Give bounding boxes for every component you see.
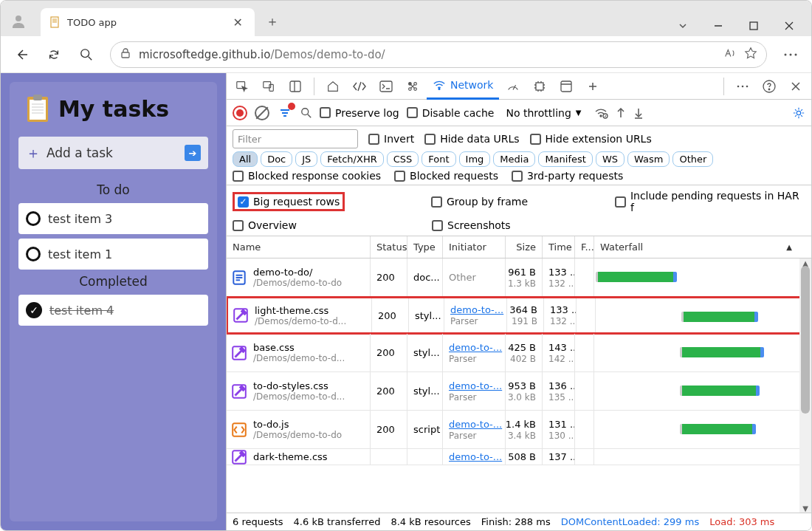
initiator-link[interactable]: demo-to-...: [449, 451, 502, 462]
back-button[interactable]: [7, 40, 36, 69]
gear-icon[interactable]: [792, 106, 805, 120]
col-initiator[interactable]: Initiator: [443, 236, 506, 258]
filter-chip-js[interactable]: JS: [295, 151, 317, 167]
profile-icon[interactable]: [5, 8, 32, 35]
col-type[interactable]: Type: [407, 236, 443, 258]
col-status[interactable]: Status: [371, 236, 407, 258]
console-tab-icon[interactable]: [374, 75, 399, 98]
transferred-size: 4.6 kB transferred: [294, 516, 381, 527]
close-window-button[interactable]: [771, 16, 807, 36]
submit-arrow-icon[interactable]: ➔: [185, 145, 201, 161]
network-row[interactable]: to-do.js/Demos/demo-to-do200scriptdemo-t…: [227, 411, 811, 449]
filter-input[interactable]: Filter: [233, 129, 358, 148]
big-rows-checkbox[interactable]: ✓: [238, 196, 249, 208]
scroll-down-icon[interactable]: ▼: [799, 504, 811, 513]
blocked-requests-checkbox[interactable]: Blocked requests: [394, 170, 498, 182]
disable-cache-checkbox[interactable]: Disable cache: [407, 107, 495, 119]
initiator-link[interactable]: demo-to-...: [449, 380, 502, 391]
filter-chip-img[interactable]: Img: [459, 151, 491, 167]
elements-tab-icon[interactable]: [347, 75, 372, 98]
task-checkbox[interactable]: [26, 211, 41, 226]
network-row[interactable]: dark-theme.cssdemo-to-...508 B137 ...: [227, 449, 811, 465]
more-tabs-icon[interactable]: [580, 75, 605, 98]
filter-chip-media[interactable]: Media: [493, 151, 535, 167]
initiator-link[interactable]: demo-to-...: [449, 419, 502, 430]
filter-chip-css[interactable]: CSS: [387, 151, 419, 167]
filter-chip-all[interactable]: All: [233, 151, 258, 167]
filter-chip-doc[interactable]: Doc: [261, 151, 292, 167]
todo-section-header: To do: [13, 182, 214, 197]
col-time[interactable]: Time: [543, 236, 575, 258]
svg-point-48: [742, 85, 744, 87]
filter-chip-ws[interactable]: WS: [596, 151, 625, 167]
search-icon[interactable]: [300, 107, 312, 119]
export-har-icon[interactable]: [633, 107, 644, 119]
performance-tab-icon[interactable]: [500, 75, 526, 98]
tab-actions-icon[interactable]: [665, 16, 701, 36]
task-item[interactable]: test item 3: [18, 203, 208, 234]
search-button[interactable]: [72, 40, 101, 69]
blocked-cookies-checkbox[interactable]: Blocked response cookies: [233, 170, 381, 182]
group-by-frame-checkbox[interactable]: Group by frame: [431, 196, 615, 208]
load-time: Load: 303 ms: [709, 516, 774, 527]
hide-data-urls-checkbox[interactable]: Hide data URLs: [424, 133, 519, 145]
lock-icon: [120, 47, 131, 62]
col-size[interactable]: Size: [506, 236, 543, 258]
screenshots-checkbox[interactable]: Screenshots: [432, 219, 616, 231]
network-row[interactable]: to-do-styles.css/Demos/demo-to-d...200st…: [227, 372, 811, 411]
import-har-icon[interactable]: [616, 107, 626, 119]
close-tab-icon[interactable]: ✕: [230, 14, 246, 31]
device-toggle-icon[interactable]: [256, 75, 281, 98]
col-waterfall[interactable]: Waterfall▲: [594, 236, 811, 258]
invert-checkbox[interactable]: Invert: [368, 133, 414, 145]
filter-chip-wasm[interactable]: Wasm: [627, 151, 670, 167]
application-tab-icon[interactable]: [554, 75, 579, 98]
task-checkbox[interactable]: [26, 247, 41, 261]
network-row[interactable]: base.css/Demos/demo-to-d...200styl...dem…: [227, 334, 811, 372]
preserve-log-checkbox[interactable]: Preserve log: [320, 107, 399, 119]
filter-chip-other[interactable]: Other: [672, 151, 713, 167]
welcome-tab-icon[interactable]: [320, 75, 345, 98]
read-aloud-icon[interactable]: [723, 47, 737, 63]
network-conditions-icon[interactable]: [593, 106, 608, 120]
hide-ext-urls-checkbox[interactable]: Hide extension URLs: [530, 133, 652, 145]
filter-chip-font[interactable]: Font: [422, 151, 455, 167]
scrollbar[interactable]: ▲ ▼: [799, 258, 811, 513]
clear-button[interactable]: [255, 106, 269, 120]
maximize-button[interactable]: [736, 16, 771, 36]
new-tab-button[interactable]: ＋: [259, 8, 286, 35]
memory-tab-icon[interactable]: [527, 75, 552, 98]
close-devtools-icon[interactable]: [783, 75, 808, 98]
initiator-link[interactable]: demo-to-...: [449, 342, 502, 353]
network-tab[interactable]: Network: [427, 73, 499, 100]
filter-toggle-icon[interactable]: [277, 105, 293, 121]
network-row[interactable]: demo-to-do//Demos/demo-to-do200doc...Oth…: [227, 258, 811, 297]
inspect-icon[interactable]: [230, 75, 255, 98]
include-har-checkbox[interactable]: Include pending requests in HAR f: [615, 190, 805, 213]
help-icon[interactable]: [757, 75, 782, 98]
task-done-icon[interactable]: ✓: [26, 302, 42, 318]
filter-chip-manifest[interactable]: Manifest: [538, 151, 592, 167]
add-task-button[interactable]: ＋ Add a task ➔: [18, 137, 208, 169]
network-row[interactable]: light-theme.css/Demos/demo-to-d...200sty…: [227, 296, 811, 335]
filter-chip-fetch-xhr[interactable]: Fetch/XHR: [320, 151, 383, 167]
dock-icon[interactable]: [283, 75, 308, 98]
refresh-button[interactable]: [39, 40, 69, 69]
overview-checkbox[interactable]: Overview: [233, 219, 432, 231]
throttling-select[interactable]: No throttling▼: [501, 106, 585, 120]
initiator-link[interactable]: demo-to-...: [450, 304, 503, 315]
favorite-icon[interactable]: [744, 47, 757, 63]
task-item[interactable]: ✓test item 4: [18, 295, 208, 326]
col-name[interactable]: Name: [227, 236, 371, 258]
settings-menu-button[interactable]: [776, 40, 805, 69]
record-button[interactable]: [233, 106, 247, 120]
browser-tab[interactable]: TODO app ✕: [41, 8, 255, 36]
address-bar[interactable]: microsoftedge.github.io/Demos/demo-to-do…: [110, 41, 767, 68]
more-tools-icon[interactable]: [730, 75, 755, 98]
network-tab-label: Network: [450, 79, 493, 91]
sources-tab-icon[interactable]: [400, 75, 425, 98]
minimize-button[interactable]: [701, 16, 736, 36]
col-f[interactable]: F...: [575, 236, 594, 258]
task-item[interactable]: test item 1: [18, 239, 208, 270]
third-party-checkbox[interactable]: 3rd-party requests: [512, 170, 623, 182]
